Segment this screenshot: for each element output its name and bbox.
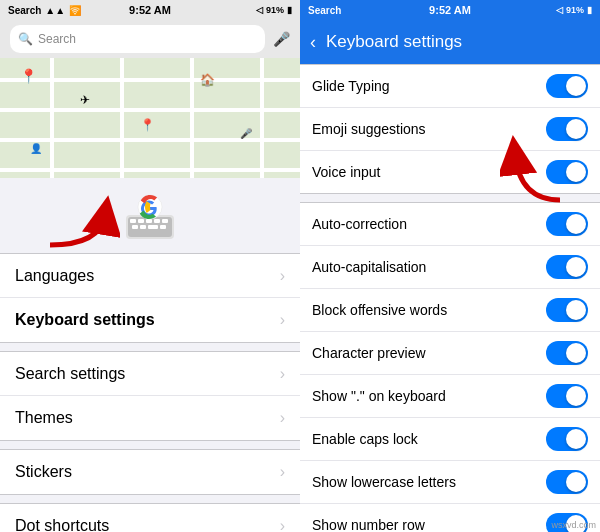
right-status-left: Search <box>308 5 341 16</box>
settings-row-auto-correction: Auto-correction <box>300 203 600 246</box>
themes-label: Themes <box>15 409 73 427</box>
settings-section-1: Glide Typing Emoji suggestions Voice inp… <box>300 64 600 194</box>
enable-caps-lock-label: Enable caps lock <box>312 431 418 447</box>
keyboard-header: ‹ Keyboard settings <box>300 20 600 64</box>
right-status-bar: Search 9:52 AM ◁ 91% ▮ <box>300 0 600 20</box>
settings-row-show-on-keyboard: Show "." on keyboard <box>300 375 600 418</box>
google-logo-container <box>0 178 300 253</box>
voice-input-toggle[interactable] <box>546 160 588 184</box>
back-button[interactable]: ‹ <box>310 32 316 53</box>
settings-row-glide-typing: Glide Typing <box>300 65 600 108</box>
glide-typing-label: Glide Typing <box>312 78 390 94</box>
map-icon-3: 📍 <box>140 118 155 132</box>
menu-section-4: Dot shortcuts › <box>0 503 300 532</box>
languages-label: Languages <box>15 267 94 285</box>
svg-rect-3 <box>138 219 144 223</box>
settings-scroll[interactable]: Glide Typing Emoji suggestions Voice inp… <box>300 64 600 532</box>
maps-mic-icon: 🎤 <box>273 31 290 47</box>
wifi-icon: 🛜 <box>69 5 81 16</box>
emoji-suggestions-toggle[interactable] <box>546 117 588 141</box>
keyboard-settings-title: Keyboard settings <box>326 32 462 52</box>
themes-chevron: › <box>280 409 285 427</box>
keyboard-settings-label: Keyboard settings <box>15 311 155 329</box>
right-status-right: ◁ 91% ▮ <box>556 5 592 15</box>
menu-section-3: Stickers › <box>0 449 300 495</box>
menu-item-dot-shortcuts[interactable]: Dot shortcuts › <box>0 504 300 532</box>
search-status-text: Search <box>8 5 41 16</box>
svg-rect-2 <box>130 219 136 223</box>
enable-caps-lock-toggle[interactable] <box>546 427 588 451</box>
left-status-left: Search ▲▲ 🛜 <box>8 5 81 16</box>
show-on-keyboard-toggle[interactable] <box>546 384 588 408</box>
auto-capitalisation-label: Auto-capitalisation <box>312 259 426 275</box>
right-location-icon: ◁ <box>556 5 563 15</box>
show-number-row-label: Show number row <box>312 517 425 532</box>
right-panel: Search 9:52 AM ◁ 91% ▮ ‹ Keyboard settin… <box>300 0 600 532</box>
settings-section-2: Auto-correction Auto-capitalisation Bloc… <box>300 202 600 532</box>
settings-row-enable-caps-lock: Enable caps lock <box>300 418 600 461</box>
settings-row-voice-input: Voice input <box>300 151 600 193</box>
location-icon: ◁ <box>256 5 263 15</box>
right-time: 9:52 AM <box>429 4 471 16</box>
dot-shortcuts-label: Dot shortcuts <box>15 517 109 532</box>
emoji-suggestions-label: Emoji suggestions <box>312 121 426 137</box>
left-menu: Languages › Keyboard settings › Search s… <box>0 253 300 532</box>
right-battery-text: 91% <box>566 5 584 15</box>
svg-rect-4 <box>146 219 152 223</box>
settings-row-character-preview: Character preview <box>300 332 600 375</box>
settings-row-show-lowercase-letters: Show lowercase letters <box>300 461 600 504</box>
auto-correction-toggle[interactable] <box>546 212 588 236</box>
svg-rect-10 <box>160 225 166 229</box>
left-status-bar: Search ▲▲ 🛜 9:52 AM ◁ 91% ▮ <box>0 0 300 20</box>
search-settings-chevron: › <box>280 365 285 383</box>
character-preview-label: Character preview <box>312 345 426 361</box>
menu-section-1: Languages › Keyboard settings › <box>0 253 300 343</box>
svg-rect-6 <box>162 219 168 223</box>
menu-item-stickers[interactable]: Stickers › <box>0 450 300 494</box>
left-status-right: ◁ 91% ▮ <box>256 5 292 15</box>
left-time: 9:52 AM <box>129 4 171 16</box>
map-icon-5: 🎤 <box>240 128 252 139</box>
map-icon-2: ✈ <box>80 93 90 107</box>
svg-rect-5 <box>154 219 160 223</box>
dot-shortcuts-chevron: › <box>280 517 285 532</box>
menu-section-2: Search settings › Themes › <box>0 351 300 441</box>
search-icon: 🔍 <box>18 32 33 46</box>
watermark: wsxvd.com <box>551 520 596 530</box>
stickers-chevron: › <box>280 463 285 481</box>
show-lowercase-letters-toggle[interactable] <box>546 470 588 494</box>
menu-item-themes[interactable]: Themes › <box>0 396 300 440</box>
show-lowercase-letters-label: Show lowercase letters <box>312 474 456 490</box>
keyboard-settings-chevron: › <box>280 311 285 329</box>
svg-rect-7 <box>132 225 138 229</box>
google-logo <box>118 193 182 243</box>
left-panel: Search ▲▲ 🛜 9:52 AM ◁ 91% ▮ 🔍 Search 🎤 📍… <box>0 0 300 532</box>
glide-typing-toggle[interactable] <box>546 74 588 98</box>
menu-item-keyboard-settings[interactable]: Keyboard settings › <box>0 298 300 342</box>
auto-correction-label: Auto-correction <box>312 216 407 232</box>
menu-item-search-settings[interactable]: Search settings › <box>0 352 300 396</box>
settings-row-emoji-suggestions: Emoji suggestions <box>300 108 600 151</box>
svg-rect-8 <box>140 225 146 229</box>
character-preview-toggle[interactable] <box>546 341 588 365</box>
battery-text: 91% <box>266 5 284 15</box>
settings-row-block-offensive-words: Block offensive words <box>300 289 600 332</box>
stickers-label: Stickers <box>15 463 72 481</box>
menu-item-languages[interactable]: Languages › <box>0 254 300 298</box>
maps-search-bar[interactable]: 🔍 Search <box>10 25 265 53</box>
map-icon-6: 👤 <box>30 143 42 154</box>
maps-search-placeholder: Search <box>38 32 76 46</box>
right-battery-icon: ▮ <box>587 5 592 15</box>
svg-rect-9 <box>148 225 158 229</box>
languages-chevron: › <box>280 267 285 285</box>
right-search-text: Search <box>308 5 341 16</box>
block-offensive-words-toggle[interactable] <box>546 298 588 322</box>
maps-background: 📍 ✈ 📍 🏠 🎤 👤 <box>0 58 300 178</box>
search-settings-label: Search settings <box>15 365 125 383</box>
signal-icon: ▲▲ <box>45 5 65 16</box>
auto-capitalisation-toggle[interactable] <box>546 255 588 279</box>
show-on-keyboard-label: Show "." on keyboard <box>312 388 446 404</box>
maps-header: 🔍 Search 🎤 <box>0 20 300 58</box>
map-icon-4: 🏠 <box>200 73 215 87</box>
settings-row-auto-capitalisation: Auto-capitalisation <box>300 246 600 289</box>
